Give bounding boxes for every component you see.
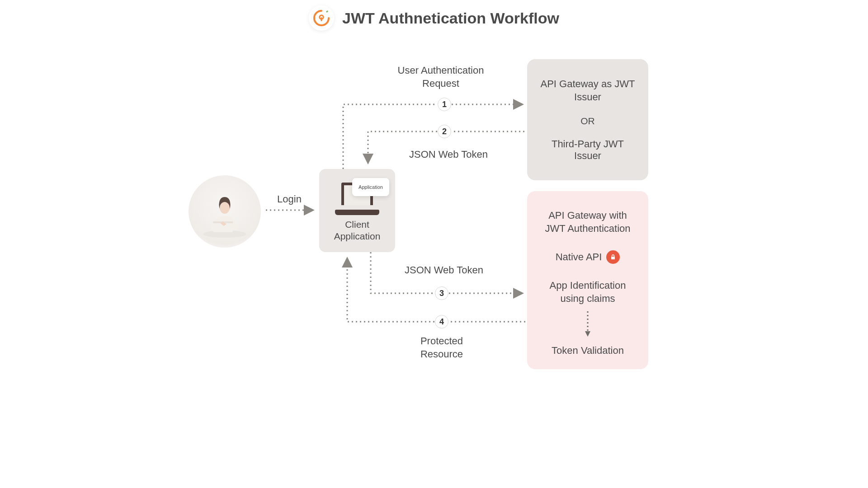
jwt-issuer-node: API Gateway as JWT Issuer OR Third-Party… (527, 59, 648, 180)
application-card: Application (352, 178, 389, 196)
lock-icon (606, 250, 620, 264)
step-badge-2: 2 (438, 125, 451, 138)
down-arrow-icon (585, 311, 590, 338)
connectors-layer (87, 0, 781, 369)
issuer-gateway-label: API Gateway as JWT Issuer (538, 78, 637, 103)
page-title: JWT Authnetication Workflow (342, 9, 559, 27)
user-avatar (189, 175, 261, 248)
laptop-icon: Application (332, 179, 382, 215)
diagram-canvas: JWT Authnetication Workflow Login Applic… (87, 0, 781, 369)
step-badge-3: 3 (435, 286, 448, 300)
svg-point-3 (220, 202, 230, 214)
step-badge-4: 4 (435, 315, 448, 328)
client-application-label: Client Application (334, 219, 381, 243)
auth-claims-label: App Identification using claims (537, 279, 638, 305)
svg-rect-1 (321, 17, 322, 21)
native-api-label: Native API (556, 251, 602, 263)
jwt-auth-gateway-node: API Gateway with JWT Authentication Nati… (527, 191, 648, 369)
step4-label: Protected Resource (399, 335, 485, 361)
login-label: Login (267, 193, 312, 206)
auth-title-label: API Gateway with JWT Authentication (537, 209, 638, 235)
native-api-row: Native API (556, 250, 620, 264)
svg-marker-8 (585, 331, 590, 337)
step1-label: User Authentication Request (387, 64, 495, 90)
token-validation-label: Token Validation (552, 345, 624, 357)
step-badge-1: 1 (438, 98, 451, 111)
svg-rect-6 (611, 257, 615, 259)
step2-label: JSON Web Token (402, 148, 495, 161)
brand-logo-icon (309, 5, 334, 31)
client-application-node: Application Client Application (319, 169, 395, 252)
issuer-thirdparty-label: Third-Party JWT Issuer (538, 138, 637, 162)
step3-label: JSON Web Token (398, 264, 490, 277)
issuer-or-label: OR (580, 116, 595, 127)
title-row: JWT Authnetication Workflow (87, 5, 781, 31)
